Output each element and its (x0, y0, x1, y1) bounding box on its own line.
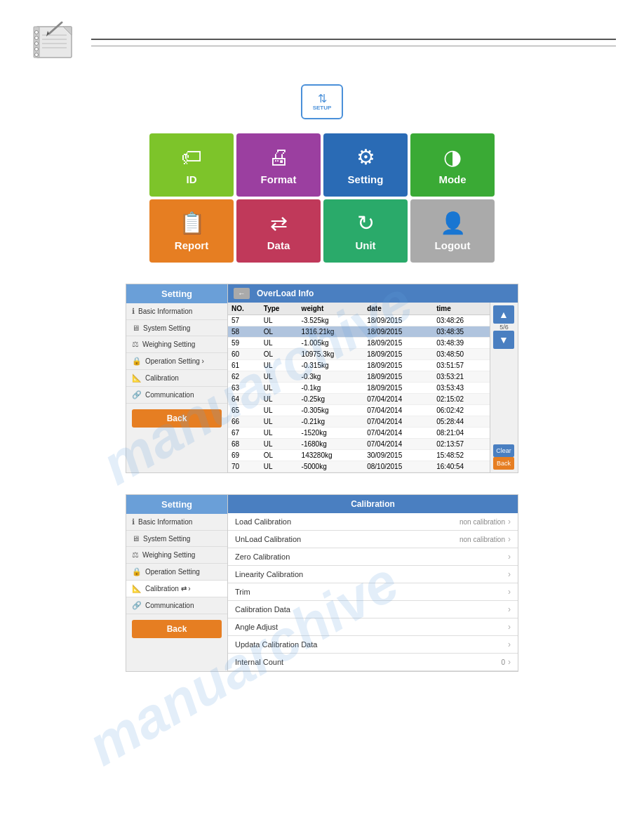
tile-setting[interactable]: ⚙ Setting (323, 133, 408, 197)
sidebar-item-operation-2[interactable]: 🔒 Operation Setting (126, 564, 227, 581)
calibration-item-3[interactable]: Linearity Calibration› (228, 566, 518, 583)
overload-header-bar: ← OverLoad Info (228, 284, 518, 303)
operation-label-1: Operation Setting › (145, 357, 204, 365)
sidebar-item-calibration-2[interactable]: 📐 Calibration ⇄ › (126, 581, 227, 597)
sidebar-item-system-setting-2[interactable]: 🖥 System Setting (126, 531, 227, 547)
overload-table-wrapper: NO. Type weight date time 57UL-3.525kg18… (228, 303, 490, 472)
cell-time-4: 03:51:57 (433, 360, 490, 371)
cal-label-8: Internal Count (235, 658, 283, 666)
sidebar-item-weighing-2[interactable]: ⚖ Weighing Setting (126, 547, 227, 564)
table-row[interactable]: 68UL-1680kg07/04/201402:13:57 (228, 439, 490, 450)
basic-info-icon-1: ℹ (132, 307, 135, 316)
header-line-top (91, 39, 616, 40)
table-row[interactable]: 67UL-1520kg07/04/201408:21:04 (228, 428, 490, 439)
cal-label-3: Linearity Calibration (235, 570, 303, 578)
calibration-item-0[interactable]: Load Calibrationnon calibration› (228, 513, 518, 531)
table-row[interactable]: 63UL-0.1kg18/09/201503:53:43 (228, 383, 490, 394)
overload-title: OverLoad Info (257, 289, 314, 298)
calibration-item-8[interactable]: Internal Count0› (228, 654, 518, 671)
tile-data[interactable]: ⇄ Data (236, 199, 321, 263)
overload-sidebar: Setting ℹ Basic Information 🖥 System Set… (126, 284, 228, 472)
overload-section: Setting ℹ Basic Information 🖥 System Set… (0, 277, 644, 487)
tile-report[interactable]: 📋 Report (149, 199, 234, 263)
table-row[interactable]: 70UL-5000kg08/10/201516:40:54 (228, 461, 490, 472)
sidebar-item-calibration-1[interactable]: 📐 Calibration (126, 370, 227, 387)
clear-button[interactable]: Clear (493, 444, 514, 457)
communication-label-2: Communication (145, 602, 194, 609)
cell-type-3: OL (260, 349, 298, 360)
table-row[interactable]: 59UL-1.005kg18/09/201503:48:39 (228, 338, 490, 349)
cell-time-5: 03:53:21 (433, 371, 490, 383)
calibration-item-5[interactable]: Calibration Data› (228, 601, 518, 618)
table-row[interactable]: 60OL10975.3kg18/09/201503:48:50 (228, 349, 490, 360)
cell-weight-11: -1680kg (298, 439, 364, 450)
overload-sidebar-header: Setting (126, 284, 227, 303)
tile-logout[interactable]: 👤 Logout (410, 199, 495, 263)
tile-id[interactable]: 🏷 ID (149, 133, 234, 197)
calibration-main: Calibration Load Calibrationnon calibrat… (228, 495, 518, 671)
table-row[interactable]: 66UL-0.21kg07/04/201405:28:44 (228, 416, 490, 428)
svg-point-6 (35, 53, 39, 57)
sidebar-item-basic-info-2[interactable]: ℹ Basic Information (126, 514, 227, 531)
header-line-bottom (91, 46, 616, 46)
scroll-down-button[interactable]: ▼ (493, 331, 514, 349)
calibration-item-7[interactable]: Updata Calibration Data› (228, 636, 518, 654)
table-row[interactable]: 62UL-0.3kg18/09/201503:53:21 (228, 371, 490, 383)
sidebar-item-weighing-1[interactable]: ⚖ Weighing Setting (126, 336, 227, 353)
table-row[interactable]: 69OL143280kg30/09/201515:48:52 (228, 450, 490, 461)
sidebar-item-operation-1[interactable]: 🔒 Operation Setting › (126, 353, 227, 370)
cell-weight-10: -1520kg (298, 428, 364, 439)
cell-time-8: 06:02:42 (433, 405, 490, 416)
sidebar-item-communication-1[interactable]: 🔗 Communication (126, 387, 227, 404)
calibration-item-2[interactable]: Zero Calibration› (228, 548, 518, 566)
setup-icon-area: ⇅ SETUP (0, 70, 644, 126)
cell-time-6: 03:53:43 (433, 383, 490, 394)
calibration-icon-1: 📐 (132, 373, 142, 383)
table-row[interactable]: 58OL1316.21kg18/09/201503:48:35 (228, 326, 490, 338)
table-row[interactable]: 64UL-0.25kg07/04/201402:15:02 (228, 394, 490, 405)
cell-weight-1: 1316.21kg (298, 326, 364, 338)
overload-back-button[interactable]: ← (234, 288, 250, 299)
logout-icon: 👤 (440, 211, 466, 235)
sidebar-item-system-setting-1[interactable]: 🖥 System Setting (126, 320, 227, 336)
tile-format[interactable]: 🖨 Format (236, 133, 321, 197)
tile-unit[interactable]: ↻ Unit (323, 199, 408, 263)
scroll-up-button[interactable]: ▲ (493, 305, 514, 324)
cal-value-1: non calibration (459, 536, 505, 543)
cal-label-2: Zero Calibration (235, 552, 290, 561)
calibration-sidebar-back[interactable]: Back (132, 620, 222, 638)
tile-mode[interactable]: ◑ Mode (410, 133, 495, 197)
calibration-item-6[interactable]: Angle Adjust› (228, 618, 518, 636)
calibration-item-1[interactable]: UnLoad Calibrationnon calibration› (228, 531, 518, 548)
cell-weight-0: -3.525kg (298, 315, 364, 326)
cell-type-6: UL (260, 383, 298, 394)
cell-type-7: UL (260, 394, 298, 405)
table-row[interactable]: 61UL-0.315kg18/09/201503:51:57 (228, 360, 490, 371)
communication-icon-2: 🔗 (132, 601, 142, 610)
table-row[interactable]: 57UL-3.525kg18/09/201503:48:26 (228, 315, 490, 326)
overload-sidebar-back[interactable]: Back (132, 409, 222, 428)
cell-type-5: UL (260, 371, 298, 383)
cell-no-10: 67 (228, 428, 260, 439)
menu-row-2: 📋 Report ⇄ Data ↻ Unit 👤 Logout (149, 199, 495, 263)
setting-icon: ⚙ (356, 145, 375, 169)
setup-icon: ⇅ SETUP (301, 84, 343, 119)
back-button-overload[interactable]: Back (493, 457, 514, 470)
cell-weight-3: 10975.3kg (298, 349, 364, 360)
cell-time-7: 02:15:02 (433, 394, 490, 405)
overload-body: NO. Type weight date time 57UL-3.525kg18… (228, 303, 518, 472)
cell-no-0: 57 (228, 315, 260, 326)
sidebar-item-basic-info-1[interactable]: ℹ Basic Information (126, 303, 227, 320)
table-row[interactable]: 65UL-0.305kg07/04/201406:02:42 (228, 405, 490, 416)
sidebar-item-communication-2[interactable]: 🔗 Communication (126, 597, 227, 614)
page-indicator: 5/6 (493, 324, 515, 331)
cell-time-3: 03:48:50 (433, 349, 490, 360)
cal-label-7: Updata Calibration Data (235, 640, 317, 649)
cell-weight-2: -1.005kg (298, 338, 364, 349)
col-time: time (433, 303, 490, 315)
cell-weight-4: -0.315kg (298, 360, 364, 371)
mode-label: Mode (438, 173, 466, 185)
calibration-item-4[interactable]: Trim› (228, 583, 518, 601)
cell-date-4: 18/09/2015 (363, 360, 433, 371)
cell-time-2: 03:48:39 (433, 338, 490, 349)
